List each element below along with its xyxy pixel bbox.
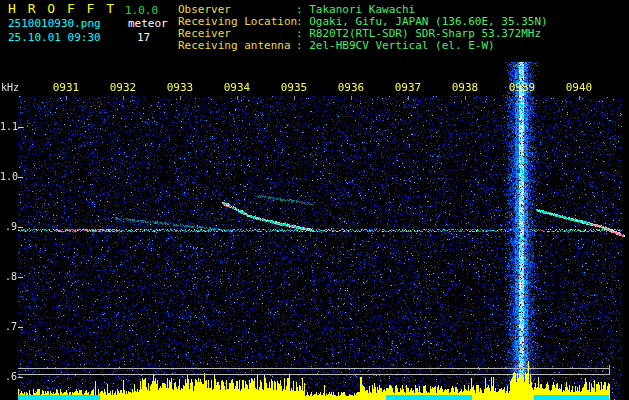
x-tick-0933: 0933 xyxy=(165,82,195,94)
app-version: 1.0.0 xyxy=(125,5,158,17)
x-tick-0937: 0937 xyxy=(393,82,423,94)
y-tick-0_6: .6 xyxy=(0,371,17,383)
x-tick-0932: 0932 xyxy=(108,82,138,94)
info-value-antenna: : 2el-HB9CV Vertical (el. E-W) xyxy=(296,40,495,52)
y-tick-0_8: .8 xyxy=(0,271,17,283)
app-title: H R O F F T xyxy=(8,3,116,15)
file-name: 2510010930.png xyxy=(8,18,101,30)
event-count: 17 xyxy=(137,32,150,44)
y-tick-1_1: 1.1 xyxy=(0,121,17,133)
info-label-antenna: Receiving antenna xyxy=(178,40,291,52)
timestamp: 25.10.01 09:30 xyxy=(8,32,101,44)
y-axis-unit: kHz xyxy=(1,82,19,94)
mode-label: meteor xyxy=(128,18,168,30)
hrofft-screen: H R O F F T 1.0.0 2510010930.png meteor … xyxy=(0,0,629,400)
y-tick-1_0: 1.0 xyxy=(0,171,17,183)
x-tick-0939: 0939 xyxy=(507,82,537,94)
x-tick-0940: 0940 xyxy=(564,82,594,94)
x-tick-0934: 0934 xyxy=(222,82,252,94)
x-tick-0935: 0935 xyxy=(279,82,309,94)
x-tick-0936: 0936 xyxy=(336,82,366,94)
x-tick-0938: 0938 xyxy=(450,82,480,94)
y-tick-0_7: .7 xyxy=(0,321,17,333)
spectrogram-canvas xyxy=(0,60,629,400)
x-tick-0931: 0931 xyxy=(51,82,81,94)
y-tick-0_9: .9 xyxy=(0,221,17,233)
